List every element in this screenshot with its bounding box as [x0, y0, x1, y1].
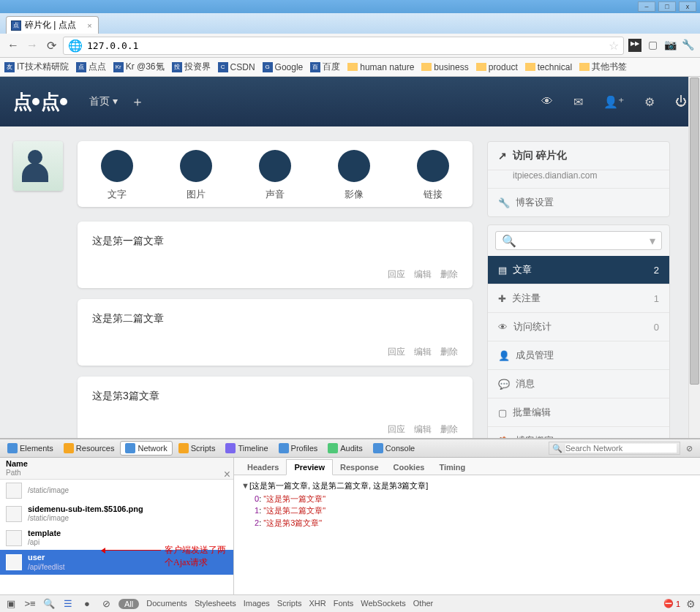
filter-scripts[interactable]: Scripts	[277, 599, 302, 609]
gear-icon[interactable]: ⚙	[686, 598, 696, 610]
mail-icon[interactable]: ✉	[573, 95, 583, 109]
post-delete[interactable]: 删除	[440, 346, 458, 358]
reload-button[interactable]: ⟳	[44, 38, 59, 53]
post-edit[interactable]: 编辑	[414, 268, 432, 281]
side-menu-item[interactable]: 🏠博客搬家	[488, 427, 669, 438]
bookmark-item[interactable]: GGoogle	[263, 62, 304, 72]
url-box[interactable]: 🌐 ☆	[63, 37, 624, 55]
subtab-preview[interactable]: Preview	[286, 459, 333, 475]
post-type-声音[interactable]: 声音	[249, 150, 301, 201]
devtools-tab-resources[interactable]: Resources	[59, 442, 119, 455]
visit-blog[interactable]: ↗ 访问 碎片化	[488, 142, 669, 170]
post-delete[interactable]: 删除	[440, 268, 458, 281]
bookmark-item[interactable]: business	[421, 62, 468, 72]
browser-tab[interactable]: 点 碎片化 | 点点 ×	[6, 16, 99, 34]
user-add-icon[interactable]: 👤⁺	[603, 95, 624, 109]
bookmark-item[interactable]: product	[476, 62, 518, 72]
window-maximize[interactable]: □	[658, 1, 676, 12]
ext-icon-1[interactable]: ▶▶	[628, 39, 641, 52]
devtools-clear-icon[interactable]: ⊘	[686, 444, 693, 453]
back-button[interactable]: ←	[6, 38, 20, 53]
list-icon[interactable]: ☰	[61, 597, 75, 611]
forward-button[interactable]: →	[25, 38, 39, 53]
folder-icon	[476, 62, 486, 72]
devtools-tab-network[interactable]: Network	[120, 441, 172, 456]
ext-icon-2[interactable]: ▢	[646, 39, 659, 52]
filter-fonts[interactable]: Fonts	[334, 599, 354, 609]
tab-close-icon[interactable]: ×	[87, 21, 91, 30]
record-icon[interactable]: ●	[80, 597, 94, 611]
close-icon[interactable]: ×	[224, 468, 230, 481]
window-close[interactable]: x	[679, 1, 696, 12]
nav-home[interactable]: 首页 ▾	[89, 95, 118, 108]
search-icon[interactable]: 🔍	[42, 597, 56, 611]
side-menu-item[interactable]: 💬消息	[488, 370, 669, 398]
star-icon[interactable]: ☆	[609, 39, 619, 53]
filter-other[interactable]: Other	[413, 599, 434, 609]
post-type-影像[interactable]: 影像	[328, 150, 380, 201]
bookmark-item[interactable]: 其他书签	[579, 61, 627, 73]
eye-icon[interactable]: 👁	[541, 95, 553, 109]
bookmark-item[interactable]: 点点点	[76, 61, 106, 73]
filter-images[interactable]: Images	[244, 599, 270, 609]
app-scrollbar[interactable]	[688, 77, 700, 438]
bookmark-item[interactable]: CCSDN	[218, 62, 255, 72]
side-search-input[interactable]: 🔍 ▾	[495, 231, 662, 250]
wrench-icon[interactable]: 🔧	[681, 39, 694, 52]
nav-add-icon[interactable]: ＋	[131, 93, 144, 110]
devtools-tab-scripts[interactable]: Scripts	[174, 442, 220, 455]
devtools: ElementsResourcesNetworkScriptsTimelineP…	[0, 438, 700, 612]
devtools-search[interactable]: 🔍	[549, 442, 680, 455]
post-reply[interactable]: 回应	[388, 423, 405, 436]
error-count[interactable]: ⛔1	[663, 599, 680, 608]
post-reply[interactable]: 回应	[388, 268, 405, 281]
side-menu-item[interactable]: ✚关注量1	[488, 284, 669, 313]
devtools-tab-elements[interactable]: Elements	[3, 442, 58, 455]
clear-icon[interactable]: ⊘	[99, 597, 113, 611]
side-menu-item[interactable]: ▢批量编辑	[488, 398, 669, 427]
devtools-tab-timeline[interactable]: Timeline	[221, 442, 272, 455]
devtools-tab-console[interactable]: Console	[369, 442, 419, 455]
url-input[interactable]	[87, 40, 604, 51]
bookmark-item[interactable]: human nature	[347, 62, 414, 72]
post-type-链接[interactable]: 链接	[407, 150, 459, 201]
inspect-icon[interactable]: ▣	[4, 597, 18, 611]
camera-icon[interactable]: 📷	[663, 39, 677, 52]
post-type-文字[interactable]: 文字	[91, 150, 143, 201]
console-icon[interactable]: >≡	[23, 597, 37, 611]
network-request[interactable]: /static/image	[0, 480, 233, 502]
tab-title: 碎片化 | 点点	[25, 19, 76, 31]
side-menu-item[interactable]: 👤成员管理	[488, 341, 669, 370]
post-edit[interactable]: 编辑	[414, 423, 432, 436]
avatar[interactable]	[13, 141, 63, 191]
devtools-tab-profiles[interactable]: Profiles	[274, 442, 323, 455]
subtab-cookies[interactable]: Cookies	[386, 460, 432, 475]
side-menu-item[interactable]: ▤文章2	[488, 256, 669, 284]
side-menu-item[interactable]: 👁访问统计0	[488, 313, 669, 341]
network-request[interactable]: sidemenu-sub-item.$5106.png/static/image	[0, 502, 233, 526]
post-delete[interactable]: 删除	[440, 423, 458, 436]
filter-documents[interactable]: Documents	[146, 599, 187, 609]
post-edit[interactable]: 编辑	[414, 346, 432, 358]
subtab-timing[interactable]: Timing	[432, 460, 473, 475]
window-minimize[interactable]: –	[638, 1, 655, 12]
filter-all[interactable]: All	[118, 599, 139, 609]
bookmark-item[interactable]: 投投资界	[172, 61, 211, 73]
gear-icon[interactable]: ⚙	[644, 95, 655, 109]
devtools-tab-audits[interactable]: Audits	[323, 442, 367, 455]
bookmark-item[interactable]: 友IT技术精研院	[4, 61, 69, 73]
devtools-search-input[interactable]	[565, 444, 677, 453]
bookmark-item[interactable]: technical	[525, 62, 572, 72]
power-icon[interactable]: ⏻	[675, 95, 687, 109]
filter-websockets[interactable]: WebSockets	[361, 599, 406, 609]
blog-settings[interactable]: 🔧 博客设置	[488, 189, 669, 216]
subtab-headers[interactable]: Headers	[240, 460, 286, 475]
filter-xhr[interactable]: XHR	[309, 599, 325, 609]
subtab-response[interactable]: Response	[333, 460, 386, 475]
post-reply[interactable]: 回应	[388, 346, 405, 358]
post-type-图片[interactable]: 图片	[170, 150, 222, 201]
filter-stylesheets[interactable]: Stylesheets	[195, 599, 236, 609]
bookmark-item[interactable]: 百百度	[310, 61, 340, 73]
logo[interactable]: 点点	[13, 89, 67, 115]
bookmark-item[interactable]: KrKr @36氪	[113, 61, 165, 73]
